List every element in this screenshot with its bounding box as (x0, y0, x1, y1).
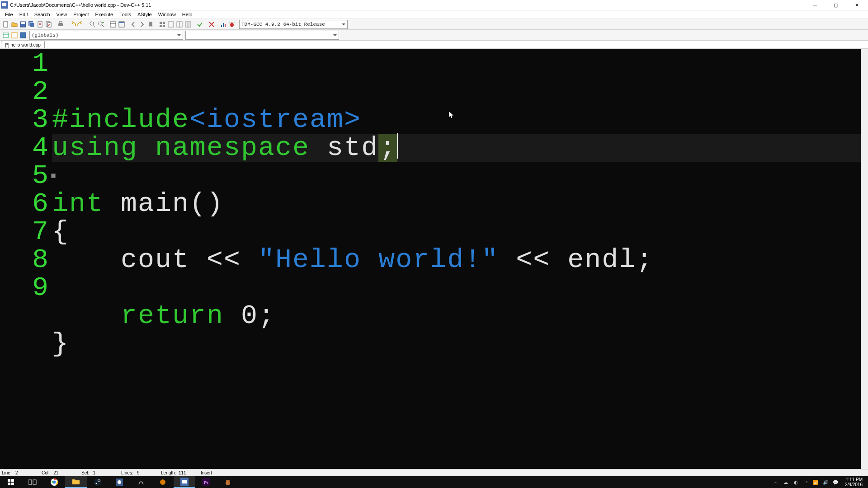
line-number: 4 (0, 134, 49, 162)
save-all-icon[interactable] (28, 20, 36, 28)
svg-rect-25 (225, 24, 226, 27)
find-icon[interactable] (89, 20, 97, 28)
svg-rect-18 (160, 25, 162, 27)
windows-taskbar: Pr ︿ ☁ ◐ ⚐ 📶 🔊 💬 1:11 PM 2/4/2016 (0, 476, 868, 488)
svg-rect-9 (59, 22, 62, 23)
document-tabs: [*] hello world.cpp (0, 41, 868, 49)
profiling-icon[interactable] (219, 20, 227, 28)
close-button[interactable]: ✕ (846, 0, 867, 10)
svg-rect-33 (11, 483, 14, 485)
tray-shield-icon[interactable]: ⚐ (802, 479, 809, 485)
code-editor[interactable]: 123456789 #include<iostream>using namesp… (0, 49, 861, 469)
tray-volume-icon[interactable]: 🔊 (822, 479, 829, 485)
fullscreen-icon[interactable] (118, 20, 126, 28)
new-file-icon[interactable] (2, 20, 10, 28)
code-line[interactable]: { (52, 218, 861, 246)
code-line[interactable]: #include<iostream> (52, 106, 861, 134)
svg-point-42 (118, 480, 121, 484)
panel-1-icon[interactable] (167, 20, 175, 28)
clock-time: 1:11 PM (845, 477, 863, 482)
taskbar-clock[interactable]: 1:11 PM 2/4/2016 (842, 477, 865, 487)
system-tray[interactable]: ︿ ☁ ◐ ⚐ 📶 🔊 💬 1:11 PM 2/4/2016 (773, 477, 868, 487)
scope-select[interactable]: (globals) (29, 31, 183, 40)
code-line[interactable]: } (52, 330, 861, 358)
menu-view[interactable]: View (53, 11, 71, 18)
menu-window[interactable]: Window (155, 11, 179, 18)
debug-icon[interactable] (228, 20, 236, 28)
taskbar-app3-icon[interactable] (152, 476, 174, 488)
nav-fwd-icon[interactable] (138, 20, 146, 28)
svg-rect-22 (185, 22, 191, 27)
undo-icon[interactable] (68, 20, 76, 28)
taskbar-devcpp-icon[interactable] (174, 476, 195, 488)
line-number: 3 (0, 106, 49, 134)
close-file-icon[interactable] (36, 20, 44, 28)
tray-chevron-icon[interactable]: ︿ (773, 479, 779, 485)
bookmark-icon[interactable] (146, 20, 155, 28)
redo-icon[interactable] (77, 20, 85, 28)
grid-4-icon[interactable] (158, 20, 166, 28)
save-icon[interactable] (19, 20, 27, 28)
code-line[interactable] (52, 274, 861, 302)
line-number: 7 (0, 218, 49, 246)
code-line[interactable]: return 0; (52, 302, 861, 330)
open-icon[interactable] (10, 20, 19, 28)
tray-network-icon[interactable]: 📶 (812, 479, 819, 485)
minimize-button[interactable]: ─ (805, 0, 826, 10)
menu-tools[interactable]: Tools (116, 11, 134, 18)
start-button[interactable] (0, 476, 22, 488)
code-line[interactable] (52, 162, 861, 190)
print-icon[interactable] (57, 20, 65, 28)
line-number: 6 (0, 190, 49, 218)
run-cancel-icon[interactable] (208, 20, 216, 28)
code-line[interactable]: cout << "Hello world!" << endl; (52, 246, 861, 274)
class-panel-icon[interactable] (10, 31, 19, 39)
compiler-select[interactable]: TDM-GCC 4.9.2 64-bit Release (239, 20, 348, 29)
svg-rect-24 (223, 23, 224, 27)
taskbar-app1-icon[interactable] (108, 476, 130, 488)
svg-rect-19 (163, 25, 165, 27)
vertical-scrollbar[interactable] (861, 49, 868, 469)
menu-help[interactable]: Help (179, 11, 196, 18)
menu-execute[interactable]: Execute (92, 11, 116, 18)
scope-label: (globals) (32, 33, 58, 38)
svg-rect-2 (21, 22, 25, 24)
replace-icon[interactable] (97, 20, 105, 28)
menu-file[interactable]: File (2, 11, 16, 18)
tray-steam-icon[interactable]: ◐ (793, 479, 799, 485)
svg-rect-8 (58, 23, 63, 26)
taskbar-premiere-icon[interactable]: Pr (195, 476, 217, 488)
status-bar: Line: 2 Col: 21 Sel: 1 Lines: 9 Length: … (0, 469, 868, 476)
code-area[interactable]: #include<iostream>using namespace std;in… (52, 49, 861, 469)
taskbar-explorer-icon[interactable] (65, 476, 87, 488)
menu-astyle[interactable]: AStyle (134, 11, 155, 18)
svg-point-48 (226, 481, 230, 485)
code-line[interactable]: int main() (52, 190, 861, 218)
taskbar-steam-icon[interactable] (87, 476, 108, 488)
taskbar-app4-icon[interactable] (217, 476, 239, 488)
svg-point-26 (230, 23, 234, 27)
svg-point-10 (90, 22, 94, 25)
svg-rect-15 (119, 22, 124, 23)
project-panel-icon[interactable] (2, 31, 10, 39)
menu-project[interactable]: Project (70, 11, 92, 18)
taskbar-chrome-icon[interactable] (43, 476, 65, 488)
panel-3-icon[interactable] (184, 20, 192, 28)
task-view-icon[interactable] (22, 476, 43, 488)
maximize-button[interactable]: ▢ (826, 0, 846, 10)
code-line[interactable]: using namespace std; (52, 134, 861, 162)
menu-edit[interactable]: Edit (16, 11, 31, 18)
find-in-files-icon[interactable] (109, 20, 117, 28)
tray-cloud-icon[interactable]: ☁ (783, 479, 789, 485)
menu-search[interactable]: Search (31, 11, 53, 18)
close-all-icon[interactable] (45, 20, 53, 28)
debug-panel-icon[interactable] (19, 31, 27, 39)
compile-icon[interactable] (196, 20, 204, 28)
taskbar-app2-icon[interactable] (130, 476, 152, 488)
tab-label: [*] hello world.cpp (5, 42, 41, 47)
nav-back-icon[interactable] (129, 20, 137, 28)
tab-hello-world[interactable]: [*] hello world.cpp (1, 41, 45, 48)
member-select[interactable] (185, 31, 339, 40)
tray-notify-icon[interactable]: 💬 (832, 479, 839, 485)
panel-2-icon[interactable] (175, 20, 184, 28)
